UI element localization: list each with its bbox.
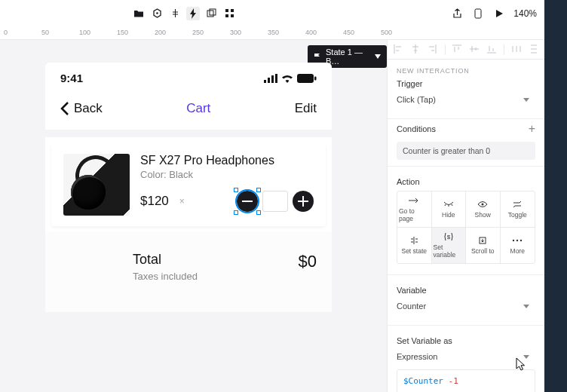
scroll-icon bbox=[477, 236, 488, 245]
expression-rest: -1 bbox=[443, 376, 458, 386]
action-go-to-page[interactable]: Go to page bbox=[397, 191, 432, 228]
product-image bbox=[63, 154, 130, 216]
trigger-select[interactable]: Click (Tap) bbox=[397, 91, 535, 108]
variable-value: Counter bbox=[397, 302, 426, 311]
align-vcenter-icon[interactable] bbox=[470, 44, 480, 55]
action-toggle[interactable]: Toggle bbox=[501, 191, 535, 228]
panel-align-tools bbox=[388, 40, 544, 60]
zoom-level[interactable]: 140% bbox=[513, 8, 537, 19]
design-canvas[interactable]: State 1 — B… 9:41 bbox=[0, 40, 387, 392]
align-bottom-icon[interactable] bbox=[487, 44, 497, 55]
chevron-left-icon bbox=[60, 102, 69, 115]
page-title: Cart bbox=[186, 101, 210, 116]
wifi-icon bbox=[281, 74, 293, 83]
back-button[interactable]: Back bbox=[60, 101, 103, 116]
variable-icon: $ bbox=[443, 232, 454, 241]
toggle-icon bbox=[512, 200, 523, 209]
svg-point-21 bbox=[516, 240, 518, 241]
multiply-icon: × bbox=[179, 196, 185, 207]
condition-chip[interactable]: Counter is greater than 0 bbox=[397, 142, 535, 160]
action-set-state[interactable]: Set state bbox=[397, 228, 432, 263]
svg-text:$: $ bbox=[447, 234, 451, 240]
action-grid: Go to page Hide Show Toggle bbox=[397, 191, 535, 264]
product-color: Color: Black bbox=[140, 169, 314, 180]
total-amount: $0 bbox=[299, 252, 317, 271]
conditions-header: Conditions + bbox=[388, 122, 544, 136]
toolbar-left bbox=[132, 7, 236, 20]
chevron-down-icon bbox=[523, 98, 529, 102]
eye-icon bbox=[477, 200, 488, 209]
distribute-v-icon[interactable] bbox=[529, 44, 539, 55]
toolbar-right: 140% bbox=[450, 7, 537, 20]
align-right-icon[interactable] bbox=[428, 44, 437, 55]
phone-artboard[interactable]: 9:41 bbox=[45, 63, 332, 312]
copy-icon[interactable] bbox=[204, 7, 218, 20]
align-left-icon[interactable] bbox=[394, 44, 403, 55]
cart-item[interactable]: SF X27 Pro Headphones Color: Black $120 … bbox=[51, 143, 326, 226]
action-scroll-to[interactable]: Scroll to bbox=[466, 228, 501, 263]
product-name: SF X27 Pro Headphones bbox=[140, 154, 314, 167]
play-icon[interactable] bbox=[492, 7, 506, 20]
svg-rect-10 bbox=[271, 75, 274, 83]
expression-input[interactable]: $Counter -1 bbox=[397, 369, 535, 392]
svg-point-20 bbox=[513, 240, 514, 241]
total-label: Total bbox=[133, 252, 198, 268]
hexagon-icon[interactable] bbox=[150, 7, 164, 20]
svg-rect-11 bbox=[275, 74, 277, 83]
share-icon[interactable] bbox=[450, 7, 464, 20]
back-label: Back bbox=[74, 101, 103, 116]
distribute-h-icon[interactable] bbox=[512, 44, 522, 55]
action-more[interactable]: More bbox=[501, 228, 535, 263]
folder-icon[interactable] bbox=[132, 7, 146, 20]
status-icons bbox=[264, 74, 317, 83]
svg-point-0 bbox=[156, 12, 158, 14]
align-center-icon[interactable] bbox=[168, 7, 182, 20]
action-label: Action bbox=[397, 177, 535, 186]
trigger-value: Click (Tap) bbox=[397, 95, 436, 104]
section-gap bbox=[45, 130, 332, 137]
device-time: 9:41 bbox=[60, 72, 83, 84]
chevron-down-icon bbox=[375, 54, 381, 59]
state-icon bbox=[409, 236, 419, 245]
svg-rect-16 bbox=[298, 201, 308, 202]
set-variable-as-select[interactable]: Expression bbox=[397, 348, 535, 365]
svg-rect-7 bbox=[475, 9, 481, 18]
variable-select[interactable]: Counter bbox=[397, 298, 535, 314]
cart-totals: Total Taxes included $0 bbox=[45, 232, 332, 312]
apps-icon[interactable] bbox=[222, 7, 236, 20]
lightning-icon[interactable] bbox=[186, 7, 200, 20]
eye-closed-icon bbox=[443, 200, 454, 209]
battery-icon bbox=[297, 74, 317, 83]
chevron-down-icon bbox=[523, 305, 529, 308]
svg-rect-12 bbox=[297, 74, 314, 83]
stepper-plus-button[interactable] bbox=[293, 191, 314, 212]
edit-button[interactable]: Edit bbox=[295, 101, 317, 116]
trigger-label: Trigger bbox=[397, 79, 535, 88]
action-set-variable[interactable]: $ Set variable bbox=[432, 228, 467, 263]
variable-label: Variable bbox=[397, 286, 535, 295]
more-icon bbox=[512, 236, 523, 245]
signal-icon bbox=[264, 74, 277, 83]
svg-rect-1 bbox=[207, 11, 213, 17]
total-sublabel: Taxes included bbox=[133, 271, 198, 282]
svg-point-22 bbox=[520, 240, 522, 241]
svg-rect-5 bbox=[225, 14, 228, 17]
svg-point-17 bbox=[482, 204, 484, 206]
action-hide[interactable]: Hide bbox=[432, 191, 467, 228]
stepper-minus-button[interactable] bbox=[237, 191, 258, 212]
panel-section-title: New Interaction bbox=[397, 67, 535, 75]
svg-rect-8 bbox=[264, 80, 266, 83]
align-top-icon[interactable] bbox=[452, 44, 462, 55]
arrow-right-icon bbox=[409, 196, 419, 205]
align-hcenter-icon[interactable] bbox=[411, 44, 421, 55]
expression-variable-token: $Counter bbox=[403, 376, 443, 386]
set-variable-as-label: Set Variable as bbox=[397, 336, 535, 345]
svg-rect-3 bbox=[225, 9, 228, 12]
action-show[interactable]: Show bbox=[466, 191, 501, 228]
conditions-label: Conditions bbox=[397, 124, 436, 133]
device-icon[interactable] bbox=[471, 7, 485, 20]
set-variable-as-value: Expression bbox=[397, 352, 437, 361]
add-condition-button[interactable]: + bbox=[529, 122, 535, 136]
quantity-input[interactable] bbox=[262, 191, 288, 212]
quantity-stepper bbox=[237, 191, 314, 212]
